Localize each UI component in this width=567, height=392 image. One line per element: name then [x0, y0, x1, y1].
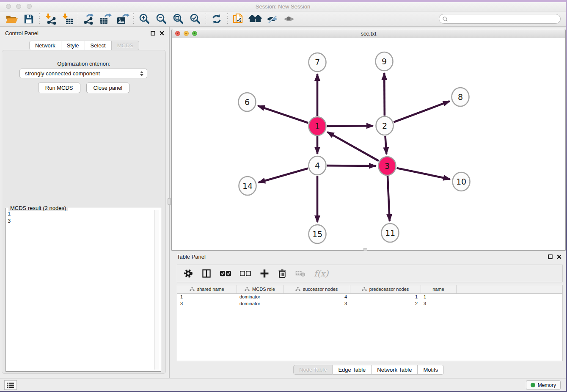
node-4[interactable]: 4: [309, 156, 326, 175]
node-9[interactable]: 9: [376, 52, 393, 71]
tab-select[interactable]: Select: [85, 41, 112, 50]
export-image-button[interactable]: [114, 12, 131, 26]
show-all-button[interactable]: [281, 12, 297, 26]
zoom-in-icon: [138, 13, 150, 25]
toolbar-separator: [227, 13, 228, 25]
network-resize-grip[interactable]: [363, 248, 367, 251]
select-all-columns-button[interactable]: [220, 270, 231, 277]
run-mcds-button[interactable]: Run MCDS: [38, 83, 80, 93]
network-canvas[interactable]: 7968124314101511: [172, 38, 565, 250]
mcds-result-text[interactable]: 1 3: [8, 210, 154, 370]
refresh-view-button[interactable]: [208, 12, 225, 26]
chevron-updown-icon: [140, 71, 143, 76]
svg-text:1: 1: [315, 121, 320, 131]
toolbar-separator: [206, 13, 206, 25]
node-8[interactable]: 8: [452, 88, 469, 106]
node-6[interactable]: 6: [239, 93, 256, 111]
edge-1-6[interactable]: [258, 106, 308, 123]
save-session-button[interactable]: [20, 12, 37, 26]
edge-2-3[interactable]: [385, 136, 386, 154]
node-7[interactable]: 7: [309, 53, 326, 72]
node-15[interactable]: 15: [309, 225, 326, 243]
float-panel-icon[interactable]: [151, 31, 155, 36]
zoom-selected-button[interactable]: [187, 12, 204, 26]
hide-selected-button[interactable]: [264, 12, 281, 26]
edge-1-2[interactable]: [327, 126, 373, 126]
network-titlebar[interactable]: × − + scc.txt: [172, 29, 565, 38]
unselect-all-columns-button[interactable]: [239, 270, 251, 277]
optimization-criterion-select[interactable]: strongly connected component: [19, 69, 147, 78]
table-panel-title: Table Panel: [177, 254, 206, 260]
column-header-predecessor-nodes[interactable]: predecessor nodes: [350, 285, 421, 293]
open-session-button[interactable]: [3, 12, 20, 26]
edge-2-8[interactable]: [394, 101, 450, 122]
table-row[interactable]: 3dominator323: [177, 300, 562, 307]
import-network-button[interactable]: [42, 12, 59, 26]
refresh-icon: [211, 13, 223, 25]
close-panel-icon[interactable]: [557, 254, 561, 259]
edge-4-14[interactable]: [259, 168, 308, 182]
edge-3-1[interactable]: [327, 132, 379, 161]
edge-3-11[interactable]: [388, 176, 390, 221]
show-columns-button[interactable]: [201, 268, 212, 279]
network-graph[interactable]: 7968124314101511: [172, 38, 565, 250]
memory-button[interactable]: Memory: [526, 380, 561, 390]
mcds-result-scrollbar[interactable]: [154, 210, 159, 370]
node-10[interactable]: 10: [453, 172, 470, 191]
edge-2-9[interactable]: [384, 73, 385, 116]
node-3[interactable]: 3: [379, 157, 396, 175]
tab-node-table[interactable]: Node Table: [293, 365, 333, 375]
export-table-icon: [99, 13, 113, 25]
svg-text:11: 11: [385, 228, 395, 237]
mcds-result-box: MCDS result (2 nodes) 1 3: [6, 208, 161, 372]
node-table[interactable]: shared nameMCDS rolesuccessor nodesprede…: [177, 285, 563, 361]
function-builder-button[interactable]: f(x): [314, 268, 328, 279]
checked-boxes-icon: [220, 270, 231, 277]
column-header-successor-nodes[interactable]: successor nodes: [283, 285, 350, 293]
float-panel-icon[interactable]: [548, 254, 553, 259]
node-14[interactable]: 14: [239, 177, 256, 195]
tab-edge-table[interactable]: Edge Table: [333, 365, 372, 375]
panel-divider-grip[interactable]: [168, 198, 171, 205]
plus-icon: [259, 268, 270, 279]
svg-text:14: 14: [242, 181, 253, 190]
edge-4-3[interactable]: [327, 166, 376, 166]
zoom-in-button[interactable]: [136, 12, 153, 26]
first-neighbors-button[interactable]: [247, 12, 264, 26]
edge-3-10[interactable]: [397, 168, 450, 179]
columns-icon: [201, 268, 212, 279]
zoom-out-button[interactable]: [153, 12, 170, 26]
svg-text:7: 7: [315, 58, 320, 67]
close-panel-icon[interactable]: [160, 31, 164, 36]
table-row[interactable]: 1dominator411: [177, 293, 562, 300]
delete-column-button[interactable]: [278, 268, 287, 279]
control-panel-title: Control Panel: [5, 30, 39, 36]
table-toolbar: f(x): [177, 265, 563, 282]
tab-mcds[interactable]: MCDS: [112, 41, 139, 50]
memory-status-dot: [531, 383, 535, 387]
column-header-mcds-role[interactable]: MCDS role: [237, 285, 283, 293]
tab-network-table[interactable]: Network Table: [372, 365, 418, 375]
export-network-button[interactable]: [80, 12, 97, 26]
task-history-button[interactable]: [4, 380, 17, 390]
delete-table-button[interactable]: [295, 270, 306, 277]
import-table-button[interactable]: [59, 12, 76, 26]
column-header-name[interactable]: name: [421, 285, 456, 293]
dropdown-value: strongly connected component: [25, 70, 100, 77]
search-input[interactable]: [448, 16, 560, 22]
tab-motifs[interactable]: Motifs: [418, 365, 444, 375]
zoom-fit-button[interactable]: [170, 12, 187, 26]
export-table-button[interactable]: [97, 12, 114, 26]
network-from-selection-button[interactable]: [230, 12, 247, 26]
table-settings-button[interactable]: [183, 268, 193, 279]
node-2[interactable]: 2: [376, 116, 394, 135]
network-title: scc.txt: [172, 30, 565, 37]
main-toolbar: [0, 11, 566, 27]
add-column-button[interactable]: [259, 268, 270, 279]
node-11[interactable]: 11: [382, 224, 399, 242]
tab-network[interactable]: Network: [29, 41, 61, 50]
tab-style[interactable]: Style: [61, 41, 85, 50]
node-1[interactable]: 1: [309, 117, 326, 135]
close-panel-button[interactable]: Close panel: [86, 83, 130, 93]
column-header-shared-name[interactable]: shared name: [177, 285, 237, 293]
